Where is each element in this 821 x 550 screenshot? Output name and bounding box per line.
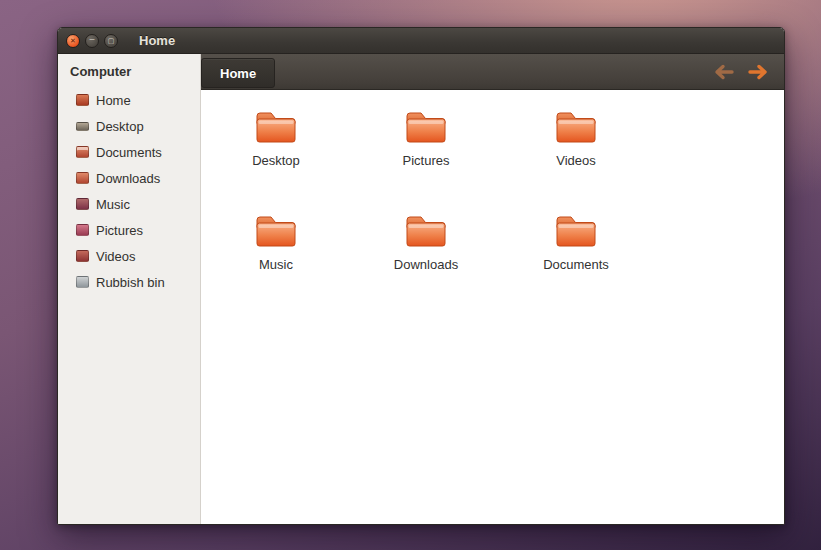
music-icon [76, 198, 89, 210]
sidebar-item-label: Pictures [96, 223, 143, 238]
path-toolbar: Home [201, 54, 784, 90]
videos-icon [76, 250, 89, 262]
sidebar-item-desktop[interactable]: Desktop [58, 113, 200, 139]
sidebar-item-documents[interactable]: Documents [58, 139, 200, 165]
sidebar-item-downloads[interactable]: Downloads [58, 165, 200, 191]
file-label: Desktop [252, 153, 300, 168]
breadcrumb-home-button[interactable]: Home [201, 58, 275, 88]
file-item-videos[interactable]: Videos [501, 102, 651, 172]
home-icon [76, 94, 89, 106]
documents-icon [76, 146, 89, 158]
titlebar[interactable]: Home [58, 28, 784, 54]
downloads-icon [76, 172, 89, 184]
folder-icon [402, 106, 450, 146]
sidebar-item-label: Videos [96, 249, 136, 264]
sidebar-item-pictures[interactable]: Pictures [58, 217, 200, 243]
sidebar-item-label: Rubbish bin [96, 275, 165, 290]
folder-icon [252, 210, 300, 250]
minimize-icon[interactable] [85, 34, 99, 48]
sidebar-item-label: Music [96, 197, 130, 212]
desktop-icon [76, 122, 89, 131]
sidebar-item-music[interactable]: Music [58, 191, 200, 217]
sidebar-item-label: Documents [96, 145, 162, 160]
file-item-pictures[interactable]: Pictures [351, 102, 501, 172]
file-grid: Desktop Pictures [201, 90, 784, 524]
sidebar-item-rubbish-bin[interactable]: Rubbish bin [58, 269, 200, 295]
pictures-icon [76, 224, 89, 236]
file-item-music[interactable]: Music [201, 206, 351, 276]
file-label: Downloads [394, 257, 458, 272]
file-label: Pictures [403, 153, 450, 168]
sidebar-item-home[interactable]: Home [58, 87, 200, 113]
file-label: Documents [543, 257, 609, 272]
file-item-downloads[interactable]: Downloads [351, 206, 501, 276]
maximize-icon[interactable] [104, 34, 118, 48]
close-icon[interactable] [66, 34, 80, 48]
file-label: Videos [556, 153, 596, 168]
folder-icon [552, 210, 600, 250]
folder-icon [252, 106, 300, 146]
file-item-desktop[interactable]: Desktop [201, 102, 351, 172]
back-arrow-icon[interactable] [712, 64, 734, 80]
sidebar: Computer Home Desktop Documents Download… [58, 54, 201, 524]
file-label: Music [259, 257, 293, 272]
sidebar-item-videos[interactable]: Videos [58, 243, 200, 269]
sidebar-header: Computer [58, 60, 200, 87]
folder-icon [552, 106, 600, 146]
window-title: Home [139, 33, 175, 48]
sidebar-item-label: Desktop [96, 119, 144, 134]
file-manager-window: Home Computer Home Desktop Documents Dow… [57, 27, 785, 525]
rubbish-bin-icon [76, 276, 89, 288]
main-panel: Home [201, 54, 784, 524]
forward-arrow-icon[interactable] [748, 64, 770, 80]
sidebar-item-label: Downloads [96, 171, 160, 186]
folder-icon [402, 210, 450, 250]
file-item-documents[interactable]: Documents [501, 206, 651, 276]
sidebar-item-label: Home [96, 93, 131, 108]
